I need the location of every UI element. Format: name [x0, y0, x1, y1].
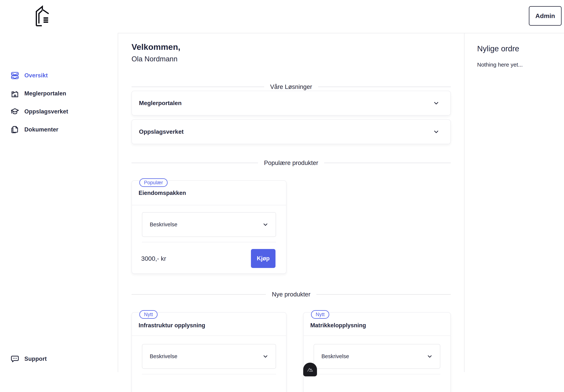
sidebar-item-label: Support: [24, 356, 47, 362]
new-badge: Nytt: [311, 310, 329, 319]
orders-empty-text: Nothing here yet...: [477, 62, 557, 68]
orders-title: Nylige ordre: [477, 44, 557, 54]
accordion-oppslagsverket[interactable]: Oppslagsverket: [131, 119, 451, 144]
sidebar-item-label: Oversikt: [24, 72, 48, 79]
card-divider: [142, 242, 276, 242]
stack-icon: [10, 71, 20, 80]
product-card-infrastruktur: Nytt Infrastruktur opplysning Beskrivels…: [131, 312, 286, 392]
sidebar-item-label: Oppslagsverket: [24, 108, 68, 115]
divider-line: [131, 163, 258, 163]
sidebar-item-meglerportalen[interactable]: Meglerportalen: [10, 89, 68, 98]
app-logo[interactable]: [35, 5, 52, 28]
recent-orders-panel: Nylige ordre Nothing here yet...: [465, 33, 564, 372]
chevron-down-icon: [262, 353, 268, 360]
section-divider-solutions: Våre Løsninger: [131, 83, 451, 91]
section-divider-popular: Populære produkter: [131, 159, 451, 167]
section-title: Nye produkter: [272, 291, 310, 298]
product-price: 3000,- kr: [141, 255, 166, 262]
chevron-down-icon: [433, 100, 439, 107]
dropdown-label: Beskrivelse: [150, 353, 177, 360]
accordion-label: Meglerportalen: [139, 100, 182, 107]
chevron-down-icon: [426, 353, 433, 360]
main-content: Velkommen, Ola Nordmann Våre Løsninger M…: [118, 33, 465, 372]
sidebar-nav: Oversikt Meglerportalen Oppslagsverket D…: [10, 71, 68, 134]
chat-bubble-icon: [10, 354, 20, 364]
popular-badge: Populær: [139, 178, 168, 187]
section-title: Populære produkter: [264, 159, 318, 167]
graduation-cap-icon: [10, 107, 20, 116]
page-title: Velkommen,: [131, 42, 451, 52]
welcome-header: Velkommen, Ola Nordmann: [131, 42, 451, 63]
sidebar-item-support[interactable]: Support: [10, 354, 47, 363]
card-divider: [304, 336, 450, 336]
divider-line: [318, 87, 451, 87]
sidebar-item-oppslagsverket[interactable]: Oppslagsverket: [10, 107, 68, 116]
sidebar-item-label: Dokumenter: [24, 126, 58, 133]
new-badge: Nytt: [139, 310, 157, 319]
product-card-matrikkelopplysning: Nytt Matrikkelopplysning Beskrivelse: [303, 312, 451, 392]
buy-button[interactable]: Kjøp: [251, 249, 275, 268]
description-dropdown[interactable]: Beskrivelse: [314, 344, 440, 369]
divider-line: [324, 163, 451, 163]
content-wrapper: Velkommen, Ola Nordmann Våre Løsninger M…: [118, 33, 564, 372]
product-card-eiendomspakken: Populær Eiendomspakken Beskrivelse 3000,…: [131, 180, 286, 274]
accordion-label: Oppslagsverket: [139, 128, 183, 135]
feedback-widget-button[interactable]: [303, 363, 317, 376]
accordion-meglerportalen[interactable]: Meglerportalen: [131, 91, 451, 115]
documents-icon: [10, 125, 20, 134]
dropdown-label: Beskrivelse: [322, 353, 349, 360]
user-name: Ola Nordmann: [131, 55, 451, 63]
divider-line: [131, 87, 264, 87]
divider-line: [131, 294, 266, 294]
sidebar-item-label: Meglerportalen: [24, 90, 66, 97]
divider-line: [316, 294, 451, 294]
card-divider: [132, 336, 286, 336]
sidebar-item-oversikt[interactable]: Oversikt: [10, 71, 68, 80]
mountain-icon: [306, 365, 314, 373]
section-title: Våre Løsninger: [270, 83, 312, 90]
admin-button[interactable]: Admin: [529, 6, 562, 26]
chevron-down-icon: [433, 128, 439, 135]
chevron-down-icon: [262, 222, 268, 228]
description-dropdown[interactable]: Beskrivelse: [142, 212, 276, 237]
section-divider-new: Nye produkter: [131, 291, 451, 298]
description-dropdown[interactable]: Beskrivelse: [142, 344, 276, 369]
card-divider: [132, 205, 286, 205]
card-divider: [314, 374, 440, 374]
new-products-row: Nytt Infrastruktur opplysning Beskrivels…: [131, 312, 451, 392]
price-row: 3000,- kr Kjøp: [141, 249, 275, 268]
card-divider: [142, 374, 276, 374]
house-flag-icon: [10, 89, 20, 98]
dropdown-label: Beskrivelse: [150, 222, 177, 228]
sidebar-item-dokumenter[interactable]: Dokumenter: [10, 125, 68, 134]
house-list-logo-icon: [35, 5, 52, 27]
